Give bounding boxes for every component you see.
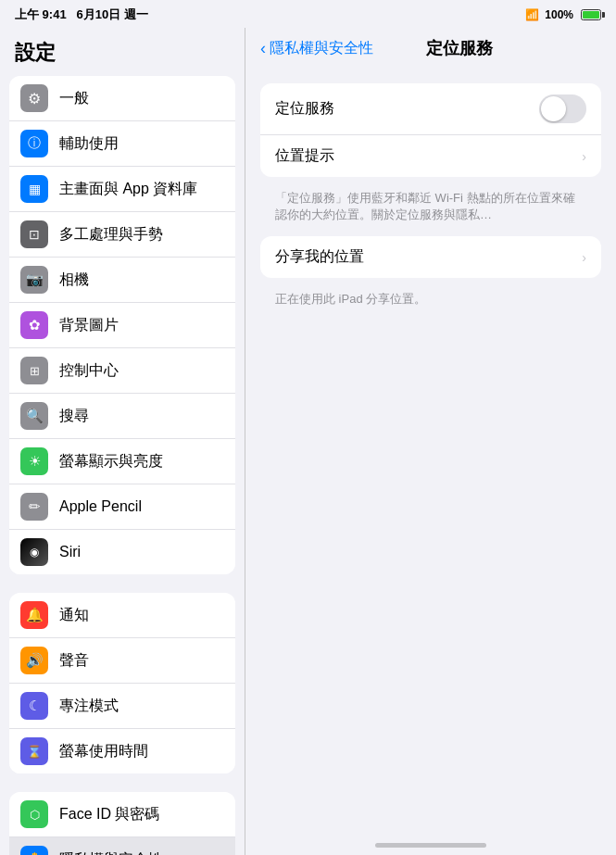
display-label: 螢幕顯示與亮度 [59,452,163,472]
notif-icon: 🔔 [20,601,48,629]
homescreen-icon: ▦ [20,175,48,203]
siri-icon: ◉ [20,538,48,566]
sidebar-item-wallpaper[interactable]: ✿ 背景圖片 [9,303,235,348]
privacy-label: 隱私權與安全性 [59,850,163,856]
wallpaper-label: 背景圖片 [59,316,119,335]
screentime-icon: ⌛ [20,737,48,765]
settings-group-1: ⚙ 一般 ⓘ 輔助使用 ▦ 主畫面與 App 資料庫 ⊡ 多工處理與手勢 📷 相… [9,76,235,574]
sidebar-title: 設定 [0,28,245,76]
detail-title: 定位服務 [426,37,493,59]
location-services-row: 定位服務 [260,83,601,135]
sidebar-item-screentime[interactable]: ⌛ 螢幕使用時間 [9,729,235,773]
camera-icon: 📷 [20,266,48,294]
search-icon: 🔍 [20,402,48,430]
notif-label: 通知 [59,606,89,625]
focus-label: 專注模式 [59,697,119,716]
back-button[interactable]: ‹ 隱私權與安全性 [260,39,373,58]
sidebar-item-sound[interactable]: 🔊 聲音 [9,638,235,684]
sidebar-item-focus[interactable]: ☾ 專注模式 [9,684,235,729]
accessibility-label: 輔助使用 [59,134,119,154]
pencil-icon: ✏ [20,493,48,521]
sidebar-item-siri[interactable]: ◉ Siri [9,530,235,574]
sidebar-item-display[interactable]: ☀ 螢幕顯示與亮度 [9,439,235,484]
status-icons: 📶 100% [525,8,601,21]
faceid-icon: ⬡ [20,800,48,828]
sidebar-item-faceid[interactable]: ⬡ Face ID 與密碼 [9,792,235,837]
accessibility-icon: ⓘ [20,130,48,157]
multitask-icon: ⊡ [20,220,48,248]
camera-label: 相機 [59,270,89,290]
share-location-note: 正在使用此 iPad 分享位置。 [260,285,601,321]
sidebar-item-pencil[interactable]: ✏ Apple Pencil [9,484,235,530]
sidebar-item-general[interactable]: ⚙ 一般 [9,76,235,121]
homescreen-label: 主畫面與 App 資料庫 [59,180,197,199]
main-layout: 設定 ⚙ 一般 ⓘ 輔助使用 ▦ 主畫面與 App 資料庫 ⊡ 多工處理與手勢 … [0,28,616,855]
sound-icon: 🔊 [20,647,48,674]
location-services-toggle[interactable] [539,94,586,123]
location-services-group: 定位服務 位置提示 › [260,83,601,177]
sidebar-item-search[interactable]: 🔍 搜尋 [9,394,235,439]
faceid-label: Face ID 與密碼 [59,805,159,824]
back-label: 隱私權與安全性 [270,39,373,58]
share-location-group: 分享我的位置 › [260,236,601,278]
settings-group-3: ⬡ Face ID 與密碼 🤚 隱私權與安全性 [9,792,235,855]
location-alerts-row[interactable]: 位置提示 › [260,135,601,177]
search-label: 搜尋 [59,407,89,426]
settings-group-2: 🔔 通知 🔊 聲音 ☾ 專注模式 ⌛ 螢幕使用時間 [9,593,235,773]
detail-panel: ‹ 隱私權與安全性 定位服務 定位服務 位置提示 › 「定位 [245,28,616,855]
home-indicator [375,843,486,848]
sidebar-item-privacy[interactable]: 🤚 隱私權與安全性 [9,837,235,855]
location-services-label: 定位服務 [275,99,539,119]
share-location-row[interactable]: 分享我的位置 › [260,236,601,278]
sidebar-item-homescreen[interactable]: ▦ 主畫面與 App 資料庫 [9,167,235,212]
battery-icon [581,9,601,20]
detail-content: 定位服務 位置提示 › 「定位服務」使用藍牙和鄰近 Wi-Fi 熱點的所在位置來… [245,69,616,459]
control-label: 控制中心 [59,361,119,381]
wifi-icon: 📶 [525,8,539,21]
multitask-label: 多工處理與手勢 [59,225,163,245]
location-alerts-chevron-icon: › [582,149,586,164]
back-chevron-icon: ‹ [260,39,266,58]
pencil-label: Apple Pencil [59,498,142,515]
status-bar: 上午 9:41 6月10日 週一 📶 100% [0,0,616,28]
focus-icon: ☾ [20,692,48,720]
sidebar-item-multitask[interactable]: ⊡ 多工處理與手勢 [9,212,235,258]
sidebar-item-notif[interactable]: 🔔 通知 [9,593,235,638]
location-services-note: 「定位服務」使用藍牙和鄰近 Wi-Fi 熱點的所在位置來確認你的大約位置。關於定… [260,184,601,236]
sidebar-item-accessibility[interactable]: ⓘ 輔助使用 [9,121,235,167]
detail-header: ‹ 隱私權與安全性 定位服務 [245,28,616,69]
share-location-chevron-icon: › [582,250,586,265]
status-time: 上午 9:41 6月10日 週一 [15,6,148,23]
sidebar: 設定 ⚙ 一般 ⓘ 輔助使用 ▦ 主畫面與 App 資料庫 ⊡ 多工處理與手勢 … [0,28,245,855]
wallpaper-icon: ✿ [20,311,48,339]
sidebar-item-control[interactable]: ⊞ 控制中心 [9,348,235,394]
general-icon: ⚙ [20,84,48,112]
display-icon: ☀ [20,447,48,475]
general-label: 一般 [59,89,89,108]
location-alerts-label: 位置提示 [275,146,582,166]
siri-label: Siri [59,544,81,560]
toggle-thumb [541,96,566,121]
privacy-icon: 🤚 [20,846,48,855]
battery-percent: 100% [545,8,573,21]
sidebar-item-camera[interactable]: 📷 相機 [9,258,235,303]
control-icon: ⊞ [20,357,48,384]
share-location-label: 分享我的位置 [275,247,582,267]
sound-label: 聲音 [59,651,89,671]
screentime-label: 螢幕使用時間 [59,742,148,761]
